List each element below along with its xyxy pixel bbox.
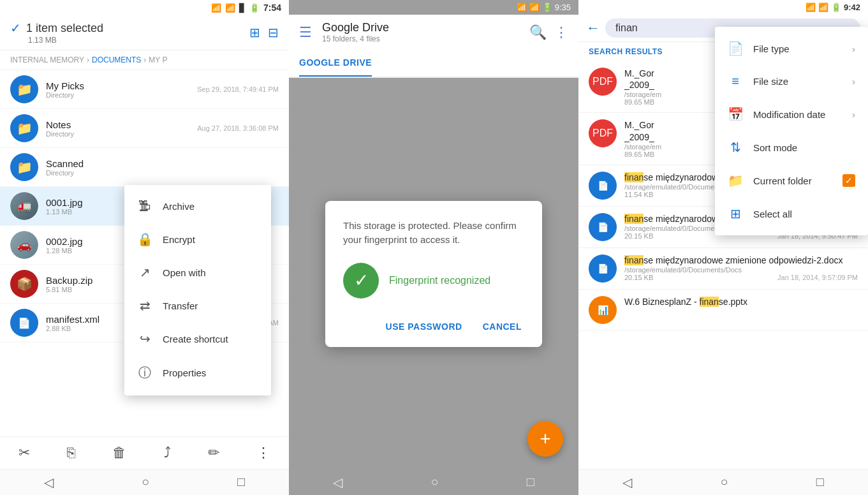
search-highlight: finan [624,172,644,182]
back-button[interactable]: ← [586,20,600,36]
file-path: /storage/emulated/0/Documents/Docs [624,266,858,274]
nav-bar-1: ◁ ○ □ [0,469,289,495]
list-item[interactable]: 📊 W.6 BiznesplanZ - finanse.pptx [578,290,868,331]
header-actions: ⊞ ⊟ [249,25,279,40]
file-info: Scanned Directory [46,158,279,177]
filter-file-type[interactable]: 📄 File type › [715,32,868,65]
cut-icon[interactable]: ✂ [18,445,30,461]
edit-icon[interactable]: ✏ [208,445,219,461]
file-type: Directory [46,130,197,138]
file-size: 20.15 KB [624,274,653,281]
filter-current-folder[interactable]: 📁 Current folder ✓ [715,164,868,197]
clock: 7:54 [263,3,281,13]
menu-icon[interactable]: ☰ [299,24,312,41]
arrow-icon: › [852,109,855,120]
ctx-label: Archive [163,201,195,212]
clock: 9:35 [555,3,571,12]
file-name: finanse międzynarodowe zmienione odpowie… [624,255,858,266]
filter-select-all[interactable]: ⊞ Select all [715,197,868,230]
file-info: Notes Directory [46,119,197,138]
home-nav-icon[interactable]: ○ [430,475,438,490]
fingerprint-text: Fingerprint recognized [389,275,490,286]
folder-icon: 📁 [10,153,38,181]
filter-sort-mode[interactable]: ⇅ Sort mode [715,131,868,164]
delete-icon[interactable]: 🗑 [112,445,126,461]
calendar-icon: 📅 [728,107,743,122]
filter-file-size[interactable]: ≡ File size › [715,65,868,98]
recents-nav-icon[interactable]: □ [816,475,824,490]
more-options-icon[interactable]: ⋮ [554,24,568,41]
back-nav-icon[interactable]: ◁ [622,475,632,490]
dialog-buttons: USE PASSWORD CANCEL [343,319,524,334]
bluetooth-icon: 📶 [805,3,816,12]
breadcrumb-documents[interactable]: DOCUMENTS [92,55,141,64]
file-date: Jan 18, 2014, 9:57:09 PM [777,274,858,281]
transfer-icon: ⇄ [137,298,152,313]
app-title-area: Google Drive 15 folders, 4 files [322,21,519,43]
pdf-icon: PDF [589,68,617,96]
check-indicator: ✓ [842,174,855,187]
selection-count: ✓ 1 item selected [10,20,103,36]
arrow-icon: › [852,76,855,87]
file-item[interactable]: 📁 Scanned Directory [0,148,289,187]
ctx-encrypt[interactable]: 🔒 Encrypt [124,223,271,256]
ctx-transfer[interactable]: ⇄ Transfer [124,289,271,322]
wifi-icon: 📶 [529,3,540,12]
app-header: ☰ Google Drive 15 folders, 4 files 🔍 ⋮ [289,15,578,50]
shortcut-icon: ↪ [137,331,152,346]
file-name: Notes [46,119,197,130]
wifi-icon: 📶 [818,3,828,12]
search-icon[interactable]: 🔍 [529,24,547,41]
copy-icon[interactable]: ⎘ [67,445,75,461]
back-nav-icon[interactable]: ◁ [44,475,54,490]
ctx-archive[interactable]: 🗜 Archive [124,190,271,223]
image-thumbnail: 🚛 [10,192,38,220]
bluetooth-icon: 📶 [517,3,527,12]
list-item[interactable]: 📄 finanse międzynarodowe zmienione odpow… [578,248,868,290]
fab-add-button[interactable]: + [527,421,563,457]
file-name: Scanned [46,158,279,169]
grid-view-icon[interactable]: ⊞ [249,25,260,40]
file-name: W.6 BiznesplanZ - finanse.pptx [624,296,858,307]
ctx-label: Properties [163,367,206,378]
filter-modification-date[interactable]: 📅 Modification date › [715,98,868,131]
file-item[interactable]: 📁 My Picks Directory Sep 29, 2018, 7:49:… [0,70,289,109]
wifi-icon: 📶 [225,3,235,13]
select-mode-icon[interactable]: ⊟ [268,25,279,40]
selection-info: ✓ 1 item selected 1.13 MB [10,20,103,45]
main-content: This storage is protected. Please confir… [289,78,578,469]
xml-icon: 📄 [10,309,38,337]
search-highlight: finan [700,297,719,307]
selection-size: 1.13 MB [28,36,103,45]
breadcrumb-myp[interactable]: MY P [149,55,167,64]
status-bar-3: 📶 📶 🔋 9:42 [578,0,868,15]
back-nav-icon[interactable]: ◁ [333,475,342,490]
ctx-open-with[interactable]: ↗ Open with [124,256,271,289]
more-icon[interactable]: ⋮ [256,445,270,461]
checkbox-checked: ✓ [842,174,855,187]
home-nav-icon[interactable]: ○ [142,475,149,490]
check-icon: ✓ [10,20,21,36]
home-nav-icon[interactable]: ○ [720,475,728,490]
file-size: 11.54 KB [624,191,653,198]
ctx-properties[interactable]: ⓘ Properties [124,355,271,390]
share-icon[interactable]: ⤴ [164,445,171,461]
file-item[interactable]: 📁 Notes Directory Aug 27, 2018, 3:36:08 … [0,109,289,148]
file-name: My Picks [46,80,197,91]
recents-nav-icon[interactable]: □ [237,475,245,490]
file-size: 20.15 KB [624,232,653,240]
filter-label: Modification date [753,109,825,120]
use-password-button[interactable]: USE PASSWORD [383,319,465,334]
breadcrumb-internal[interactable]: INTERNAL MEMORY [10,55,84,64]
filter-label: Current folder [753,175,812,186]
file-type: Directory [46,169,279,177]
cancel-button[interactable]: CANCEL [480,319,524,334]
google-drive-tab[interactable]: GOOGLE DRIVE [299,50,372,77]
recents-nav-icon[interactable]: □ [527,475,534,490]
clock: 9:42 [844,3,860,12]
ctx-label: Create shortcut [163,334,228,344]
archive-icon: 🗜 [137,199,152,214]
ctx-create-shortcut[interactable]: ↪ Create shortcut [124,322,271,355]
nav-bar-2: ◁ ○ □ [289,469,578,495]
arrow-icon: › [852,43,855,54]
